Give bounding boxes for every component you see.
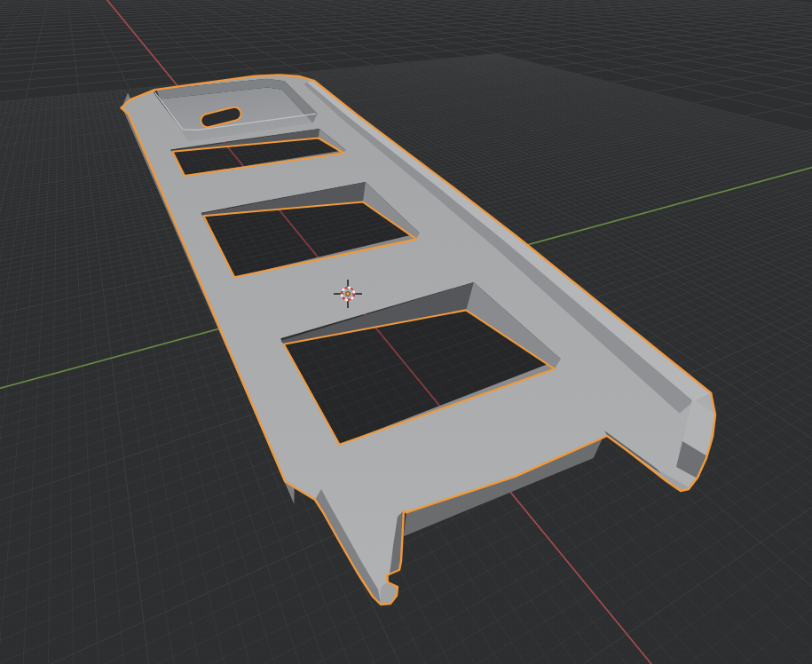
- cursor-center-dot: [346, 292, 351, 296]
- blender-3d-viewport[interactable]: [0, 0, 812, 664]
- viewport-canvas[interactable]: [0, 0, 812, 664]
